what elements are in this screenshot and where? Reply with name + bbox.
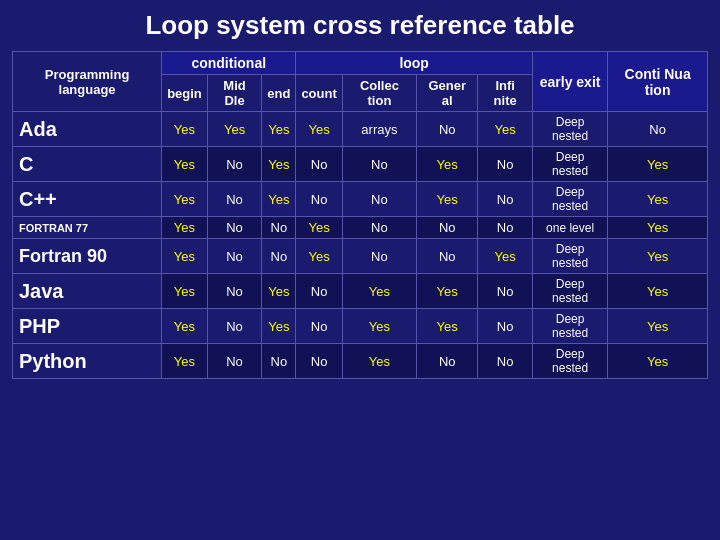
- table-row: C++YesNoYesNoNoYesNoDeep nestedYes: [13, 182, 708, 217]
- continuation-cell: No: [608, 112, 708, 147]
- general-cell: Yes: [417, 309, 478, 344]
- collection-cell: Yes: [342, 309, 416, 344]
- general-cell: No: [417, 344, 478, 379]
- continuation-cell: Yes: [608, 309, 708, 344]
- lang-cell: PHP: [13, 309, 162, 344]
- begin-cell: Yes: [162, 309, 208, 344]
- lang-cell: Ada: [13, 112, 162, 147]
- end-cell: Yes: [262, 182, 296, 217]
- infinite-cell: No: [478, 309, 533, 344]
- loop-group-header: loop: [296, 52, 533, 75]
- begin-cell: Yes: [162, 239, 208, 274]
- early-exit-header: early exit: [532, 52, 607, 112]
- page: Loop system cross reference table Progra…: [0, 0, 720, 540]
- lang-cell: FORTRAN 77: [13, 217, 162, 239]
- collection-header: Collec tion: [342, 75, 416, 112]
- infinite-cell: No: [478, 217, 533, 239]
- table-row: Fortran 90YesNoNoYesNoNoYesDeep nestedYe…: [13, 239, 708, 274]
- begin-cell: Yes: [162, 112, 208, 147]
- count-cell: No: [296, 182, 342, 217]
- table-body: AdaYesYesYesYesarraysNoYesDeep nestedNoC…: [13, 112, 708, 379]
- mid_dle-cell: No: [207, 217, 261, 239]
- table-row: FORTRAN 77YesNoNoYesNoNoNoone levelYes: [13, 217, 708, 239]
- count-cell: No: [296, 147, 342, 182]
- table-row: AdaYesYesYesYesarraysNoYesDeep nestedNo: [13, 112, 708, 147]
- general-cell: Yes: [417, 182, 478, 217]
- lang-cell: C: [13, 147, 162, 182]
- mid_dle-cell: No: [207, 182, 261, 217]
- early-exit-cell: Deep nested: [532, 274, 607, 309]
- end-header: end: [262, 75, 296, 112]
- count-cell: No: [296, 274, 342, 309]
- mid_dle-cell: No: [207, 344, 261, 379]
- begin-cell: Yes: [162, 182, 208, 217]
- end-cell: No: [262, 239, 296, 274]
- count-cell: Yes: [296, 239, 342, 274]
- continuation-cell: Yes: [608, 274, 708, 309]
- collection-cell: Yes: [342, 274, 416, 309]
- lang-cell: Fortran 90: [13, 239, 162, 274]
- collection-cell: arrays: [342, 112, 416, 147]
- lang-cell: C++: [13, 182, 162, 217]
- conditional-group-header: conditional: [162, 52, 296, 75]
- infinite-cell: No: [478, 274, 533, 309]
- general-cell: Yes: [417, 274, 478, 309]
- count-cell: Yes: [296, 217, 342, 239]
- infinite-cell: No: [478, 182, 533, 217]
- early-exit-cell: Deep nested: [532, 344, 607, 379]
- general-cell: No: [417, 112, 478, 147]
- end-cell: No: [262, 344, 296, 379]
- mid_dle-cell: No: [207, 274, 261, 309]
- prog-lang-header: Programming language: [13, 52, 162, 112]
- collection-cell: No: [342, 182, 416, 217]
- lang-cell: Python: [13, 344, 162, 379]
- infinite-cell: No: [478, 147, 533, 182]
- collection-cell: No: [342, 217, 416, 239]
- begin-cell: Yes: [162, 344, 208, 379]
- infinite-cell: Yes: [478, 239, 533, 274]
- table-row: PythonYesNoNoNoYesNoNoDeep nestedYes: [13, 344, 708, 379]
- count-header: count: [296, 75, 342, 112]
- table-row: CYesNoYesNoNoYesNoDeep nestedYes: [13, 147, 708, 182]
- infinite-cell: No: [478, 344, 533, 379]
- count-cell: No: [296, 344, 342, 379]
- continuation-cell: Yes: [608, 239, 708, 274]
- end-cell: Yes: [262, 112, 296, 147]
- continuation-cell: Yes: [608, 147, 708, 182]
- group-header-row: Programming language conditional loop ea…: [13, 52, 708, 75]
- general-cell: No: [417, 217, 478, 239]
- end-cell: Yes: [262, 274, 296, 309]
- general-cell: No: [417, 239, 478, 274]
- collection-cell: Yes: [342, 344, 416, 379]
- count-cell: No: [296, 309, 342, 344]
- collection-cell: No: [342, 147, 416, 182]
- table-row: JavaYesNoYesNoYesYesNoDeep nestedYes: [13, 274, 708, 309]
- lang-cell: Java: [13, 274, 162, 309]
- begin-cell: Yes: [162, 217, 208, 239]
- infinite-header: Infi nite: [478, 75, 533, 112]
- begin-cell: Yes: [162, 274, 208, 309]
- early-exit-cell: Deep nested: [532, 147, 607, 182]
- early-exit-cell: Deep nested: [532, 239, 607, 274]
- early-exit-cell: Deep nested: [532, 309, 607, 344]
- early-exit-cell: one level: [532, 217, 607, 239]
- page-title: Loop system cross reference table: [145, 10, 574, 41]
- continuation-cell: Yes: [608, 217, 708, 239]
- cross-reference-table: Programming language conditional loop ea…: [12, 51, 708, 379]
- general-cell: Yes: [417, 147, 478, 182]
- continuation-cell: Yes: [608, 182, 708, 217]
- continuation-header: Conti Nua tion: [608, 52, 708, 112]
- general-header: Gener al: [417, 75, 478, 112]
- begin-cell: Yes: [162, 147, 208, 182]
- mid_dle-cell: No: [207, 239, 261, 274]
- continuation-cell: Yes: [608, 344, 708, 379]
- middle-header: Mid Dle: [207, 75, 261, 112]
- mid_dle-cell: No: [207, 309, 261, 344]
- early-exit-cell: Deep nested: [532, 182, 607, 217]
- mid_dle-cell: Yes: [207, 112, 261, 147]
- end-cell: Yes: [262, 309, 296, 344]
- count-cell: Yes: [296, 112, 342, 147]
- end-cell: Yes: [262, 147, 296, 182]
- end-cell: No: [262, 217, 296, 239]
- infinite-cell: Yes: [478, 112, 533, 147]
